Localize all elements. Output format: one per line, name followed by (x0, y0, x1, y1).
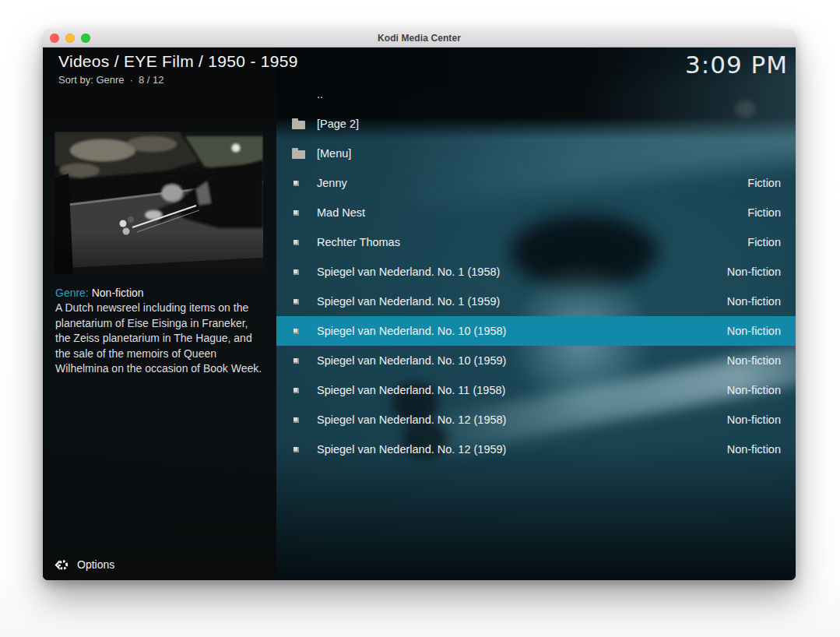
list-item-genre: Non-fiction (727, 443, 781, 456)
list-item-genre: Non-fiction (727, 384, 781, 396)
list-item-icon-box (292, 148, 311, 159)
traffic-lights (50, 33, 90, 43)
bullet-icon (293, 240, 299, 245)
genre-label: Genre: (55, 287, 89, 299)
list-item-icon-box (292, 210, 311, 216)
list-item-icon-box (292, 269, 311, 275)
list-item-icon-box (292, 417, 311, 423)
options-label: Options (77, 558, 114, 571)
list-item-genre: Non-fiction (727, 325, 781, 337)
list-item-label: Spiegel van Nederland. No. 11 (1958) (317, 384, 727, 396)
bullet-icon (293, 181, 299, 186)
list-item[interactable]: [Menu] (276, 139, 796, 168)
bullet-icon (293, 329, 299, 334)
list-item[interactable]: Spiegel van Nederland. No. 10 (1958) Non… (276, 316, 796, 346)
zoom-button[interactable] (81, 33, 90, 43)
list-item-label: .. (317, 88, 781, 100)
list-item-genre: Fiction (747, 236, 781, 248)
list-item-icon-box (292, 329, 311, 334)
list-item-icon-box (292, 358, 311, 364)
genre-line: Genre: Non-fiction (55, 286, 265, 301)
bullet-icon (293, 447, 299, 452)
list-item-genre: Fiction (747, 206, 781, 219)
bullet-icon (293, 358, 299, 364)
kodi-window: Kodi Media Center Videos / EYE Film / 19… (43, 30, 796, 580)
item-position: 8 / 12 (139, 74, 164, 86)
list-item-icon-box (292, 447, 311, 452)
bullet-icon (293, 299, 299, 304)
list-item-label: Spiegel van Nederland. No. 1 (1959) (317, 295, 727, 308)
window-titlebar[interactable]: Kodi Media Center (43, 30, 796, 48)
list-item[interactable]: Spiegel van Nederland. No. 12 (1958) Non… (276, 405, 796, 435)
folder-icon (292, 121, 305, 129)
list-item-label: Spiegel van Nederland. No. 10 (1959) (317, 354, 727, 367)
list-item[interactable]: [Page 2] (276, 109, 796, 139)
bullet-icon (293, 417, 299, 423)
minimize-button[interactable] (65, 33, 75, 43)
list-item-label: Spiegel van Nederland. No. 10 (1958) (317, 325, 727, 337)
list-item-icon-box (292, 240, 311, 245)
sort-status-line: Sort by: Genre · 8 / 12 (58, 74, 298, 86)
list-item-label: Rechter Thomas (317, 236, 747, 248)
video-thumbnail (54, 132, 263, 274)
list-item-label: Spiegel van Nederland. No. 1 (1958) (317, 266, 727, 278)
kodi-content: Videos / EYE Film / 1950 - 1959 Sort by:… (43, 48, 796, 580)
plot-description: A Dutch newsreel including items on the … (55, 301, 265, 376)
options-button[interactable]: Options (49, 553, 119, 576)
list-item-icon-box (292, 299, 311, 304)
list-item-label: Spiegel van Nederland. No. 12 (1959) (317, 443, 727, 456)
page-header: Videos / EYE Film / 1950 - 1959 Sort by:… (58, 51, 298, 86)
clock: 3:09 PM (685, 51, 788, 79)
bullet-icon (293, 388, 299, 393)
list-item[interactable]: Jenny Fiction (276, 168, 796, 198)
folder-icon (292, 150, 305, 159)
window-title: Kodi Media Center (378, 33, 461, 44)
list-item[interactable]: Rechter Thomas Fiction (276, 227, 796, 257)
list-item[interactable]: Spiegel van Nederland. No. 1 (1958) Non-… (276, 257, 796, 287)
list-item-genre: Non-fiction (727, 414, 781, 426)
desktop-background: Kodi Media Center Videos / EYE Film / 19… (0, 0, 840, 637)
options-gear-icon (54, 558, 69, 572)
list-item-icon-box (292, 118, 311, 129)
genre-value: Non-fiction (92, 287, 144, 299)
bullet-icon (293, 210, 299, 216)
list-item-icon-box (292, 388, 311, 393)
list-item-genre: Non-fiction (727, 354, 781, 367)
sort-by-label: Sort by: Genre (58, 74, 125, 86)
list-item-label: [Menu] (317, 147, 781, 160)
list-item-label: Jenny (317, 177, 747, 189)
list-item-genre: Fiction (747, 177, 781, 189)
list-item-label: Spiegel van Nederland. No. 12 (1958) (317, 414, 727, 426)
list-item-label: [Page 2] (317, 118, 781, 130)
list-item[interactable]: Spiegel van Nederland. No. 11 (1958) Non… (276, 375, 796, 405)
bullet-icon (293, 269, 299, 275)
list-item-genre: Non-fiction (727, 295, 781, 308)
info-panel: Genre: Non-fiction A Dutch newsreel incl… (43, 48, 276, 580)
list-item-label: Mad Nest (317, 206, 747, 219)
list-item[interactable]: .. (276, 79, 796, 109)
list-item[interactable]: Spiegel van Nederland. No. 12 (1959) Non… (276, 435, 796, 464)
metadata-block: Genre: Non-fiction A Dutch newsreel incl… (55, 286, 265, 376)
close-button[interactable] (50, 33, 59, 43)
list-item[interactable]: Spiegel van Nederland. No. 10 (1959) Non… (276, 346, 796, 375)
list-item-genre: Non-fiction (727, 266, 781, 278)
media-list: .. [Page 2] [Menu] (276, 79, 796, 464)
breadcrumb: Videos / EYE Film / 1950 - 1959 (58, 51, 298, 72)
separator-dot: · (130, 74, 133, 86)
list-item-icon-box (292, 181, 311, 186)
list-item[interactable]: Spiegel van Nederland. No. 1 (1959) Non-… (276, 287, 796, 316)
list-item[interactable]: Mad Nest Fiction (276, 198, 796, 227)
